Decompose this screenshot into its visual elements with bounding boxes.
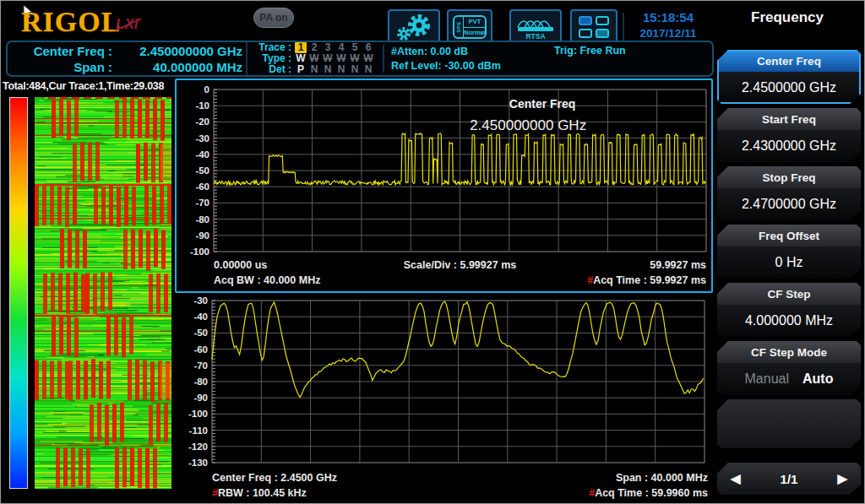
waterfall-spectrogram <box>35 97 171 489</box>
menu-button-value: 2.4700000 GHz <box>717 188 861 220</box>
trigger-info: Trig: Free Run <box>554 45 626 57</box>
svg-text:0: 0 <box>204 84 209 95</box>
spectrum-acq-time: #Acq Time : 59.9960 ms <box>589 487 708 501</box>
svg-text:-40: -40 <box>195 149 209 160</box>
pvt-footer-row2: Acq BW : 40.000 MHz #Acq Time : 59.9927 … <box>214 274 706 288</box>
rtsa-icon <box>516 14 555 32</box>
menu-button-center-freq[interactable]: Center Freq2.4500000 GHz <box>717 50 861 104</box>
menu-title: Frequency <box>715 9 860 26</box>
infobar-divider-1 <box>246 42 248 75</box>
menu-button-label: Freq Offset <box>717 225 861 247</box>
menu-button-label: Center Freq <box>717 50 861 72</box>
page-indicator: 1/1 <box>781 472 798 486</box>
svg-text:-30: -30 <box>193 295 208 306</box>
waterfall-status-text: Total:484,Cur Trace:1,Time:29.038 <box>3 80 173 92</box>
waterfall-colorbar <box>9 97 28 489</box>
svg-text:-10: -10 <box>195 100 209 111</box>
infobar-divider-2 <box>383 45 384 73</box>
menu-button-cf-step-mode[interactable]: CF Step ModeManualAuto <box>717 341 861 395</box>
menu-button-empty[interactable] <box>717 399 861 448</box>
spectrum-center-freq: Center Freq : 2.4500 GHz <box>212 472 337 485</box>
menu-button-value: ManualAuto <box>717 363 861 395</box>
page-navigator: ◀1/1▶ <box>717 463 861 495</box>
svg-text:-100: -100 <box>188 409 208 419</box>
gear-icon <box>393 12 435 42</box>
trace-badge-dets-5[interactable]: N <box>348 64 362 75</box>
menu-button-value: 2.4500000 GHz <box>717 72 861 104</box>
lxi-logo: LXI <box>116 16 138 33</box>
svg-text:-120: -120 <box>188 442 208 452</box>
clock-divider <box>623 13 624 41</box>
function-menu-sidebar: Frequency Center Freq2.4500000 GHzStart … <box>715 1 865 504</box>
pvt-footer-row1: 0.00000 us Scale/Div : 5.99927 ms 59.992… <box>214 259 706 273</box>
menu-button-value: 2.4300000 GHz <box>717 130 861 162</box>
svg-text:2.450000000 GHz: 2.450000000 GHz <box>470 117 586 133</box>
center-freq-label: Center Freq : <box>13 43 112 59</box>
trace-badge-dets-1[interactable]: P <box>294 64 307 75</box>
pvt-chart-panel: 0-10-20-30-40-50-60-70-80-90-100Center F… <box>175 79 713 293</box>
spectrum-footer-row2: #RBW : 100.45 kHz #Acq Time : 59.9960 ms <box>212 487 708 501</box>
svg-text:-50: -50 <box>195 165 209 176</box>
time-display: 15:18:54 <box>626 9 710 26</box>
spectrum-chart-panel: -30-40-50-60-70-80-90-100-110-120-130 Ce… <box>175 295 713 504</box>
page-next-icon[interactable]: ▶ <box>837 471 847 486</box>
menu-button-label: CF Step Mode <box>717 341 861 363</box>
menu-button-label: CF Step <box>717 283 861 305</box>
pa-on-button[interactable]: PA on <box>253 8 294 28</box>
trace-table: Trace :123456 Type :WWWWWW Det :PNNNNN <box>253 42 379 75</box>
svg-text:-80: -80 <box>195 214 209 225</box>
svg-text:-90: -90 <box>195 230 209 241</box>
menu-button-value: 4.000000 MHz <box>717 305 861 337</box>
span-label: Span : <box>13 59 112 75</box>
trace-badge-dets-6[interactable]: N <box>362 64 375 75</box>
rtsa-mode-button[interactable]: RTSA <box>509 9 562 45</box>
svg-text:-100: -100 <box>190 247 209 256</box>
option-manual[interactable]: Manual <box>745 371 789 387</box>
date-display: 2017/12/11 <box>626 26 710 41</box>
pvt-acq-time: #Acq Time : 59.9927 ms <box>587 274 706 288</box>
svg-text:-40: -40 <box>193 312 208 322</box>
menu-button-freq-offset[interactable]: Freq Offset0 Hz <box>717 225 861 279</box>
rtsa-analyzer-screen: RIGOL LXI PA on SPE PVT Normal <box>0 0 865 504</box>
layout-button[interactable] <box>570 9 617 45</box>
settings-button[interactable] <box>388 9 440 45</box>
pvt-normal-icon: SPE PVT Normal <box>453 15 487 39</box>
ref-level-value: Ref Level: -30.00 dBm <box>391 59 501 73</box>
pvt-scale-div: Scale/Div : 5.99927 ms <box>214 259 706 271</box>
spectrum-span: Span : 40.000 MHz <box>616 472 708 485</box>
trace-badge-dets-2[interactable]: N <box>307 64 321 75</box>
svg-text:-60: -60 <box>193 344 208 355</box>
svg-text:-110: -110 <box>189 425 208 436</box>
pvt-plot: 0-10-20-30-40-50-60-70-80-90-100Center F… <box>177 80 711 256</box>
menu-button-label: Start Freq <box>717 108 861 130</box>
svg-text:-20: -20 <box>195 117 209 127</box>
menu-button-cf-step[interactable]: CF Step4.000000 MHz <box>717 283 861 337</box>
menu-button-stop-freq[interactable]: Stop Freq2.4700000 GHz <box>717 166 861 220</box>
quad-layout-icon <box>579 16 609 38</box>
menu-button-value: 0 Hz <box>717 247 861 279</box>
waterfall-marker-icon <box>35 97 43 105</box>
span-value: 40.000000 MHz <box>112 59 242 75</box>
spectrum-rbw: #RBW : 100.45 kHz <box>212 487 307 501</box>
page-prev-icon[interactable]: ◀ <box>731 471 741 486</box>
atten-ref-info: #Atten: 0.00 dB Ref Level: -30.00 dBm <box>391 45 501 73</box>
svg-text:-70: -70 <box>195 198 209 208</box>
rtsa-icon-label: RTSA <box>525 33 545 41</box>
svg-text:-130: -130 <box>188 458 208 467</box>
menu-button-label: Stop Freq <box>717 166 861 188</box>
svg-text:-70: -70 <box>193 360 208 371</box>
trace-badge-dets-4[interactable]: N <box>335 64 348 75</box>
svg-text:-90: -90 <box>193 393 208 403</box>
svg-text:Center Freq: Center Freq <box>509 97 576 111</box>
menu-button-start-freq[interactable]: Start Freq2.4300000 GHz <box>717 108 861 162</box>
trace-badge-dets-3[interactable]: N <box>321 64 335 75</box>
pvt-mode-button[interactable]: SPE PVT Normal <box>447 9 492 45</box>
option-auto[interactable]: Auto <box>802 371 833 387</box>
svg-text:-50: -50 <box>193 328 208 338</box>
pvt-acq-bw: Acq BW : 40.000 MHz <box>214 274 320 288</box>
spectrum-footer-row1: Center Freq : 2.4500 GHz Span : 40.000 M… <box>212 472 708 485</box>
svg-text:-30: -30 <box>195 133 209 144</box>
svg-text:-60: -60 <box>195 182 209 192</box>
freq-info: Center Freq : 2.450000000 GHz Span : 40.… <box>13 43 242 75</box>
center-freq-value: 2.450000000 GHz <box>112 43 242 59</box>
